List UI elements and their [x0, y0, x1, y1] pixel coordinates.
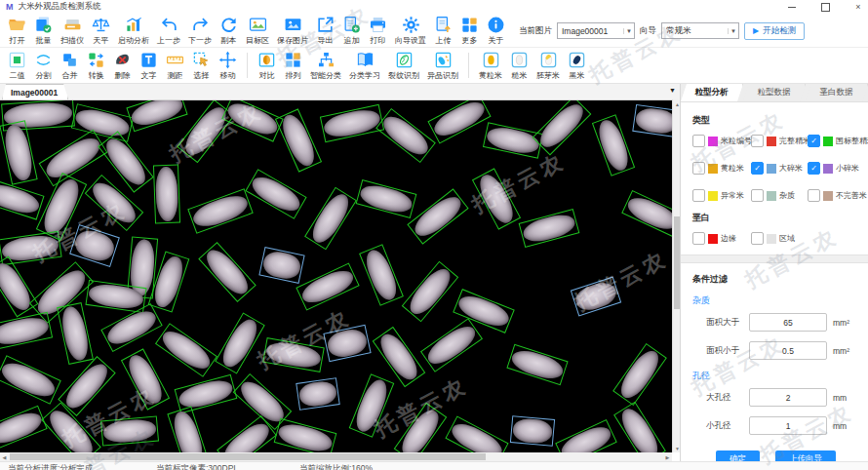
- type-checkbox[interactable]: ✓: [751, 162, 764, 175]
- toolbar-print-button[interactable]: 打印: [365, 16, 391, 46]
- head-rice-box[interactable]: [221, 100, 284, 142]
- toolbar-selectcur-button[interactable]: 选择: [188, 51, 215, 81]
- head-rice-box[interactable]: [621, 190, 672, 237]
- small-aperture-input[interactable]: [749, 416, 827, 435]
- scroll-left-icon[interactable]: ◀: [0, 452, 9, 461]
- type-checkbox[interactable]: ✓: [808, 162, 820, 175]
- type-checkbox[interactable]: [808, 189, 820, 202]
- toolbar-arrange-button[interactable]: 排列: [280, 51, 306, 81]
- tab-overflow-icon[interactable]: ▼: [669, 87, 676, 94]
- broken-rice-box[interactable]: [258, 247, 304, 284]
- toolbar-crack-button[interactable]: 裂纹识别: [384, 51, 423, 81]
- toolbar-upload-button[interactable]: 上传: [430, 16, 456, 46]
- panel-tab-1[interactable]: 粒型分析: [681, 84, 743, 101]
- toolbar-measure-button[interactable]: 测距: [162, 51, 188, 81]
- head-rice-box[interactable]: [519, 209, 580, 248]
- head-rice-box[interactable]: [359, 244, 404, 306]
- head-rice-box[interactable]: [402, 261, 458, 323]
- toolbar-foreign-button[interactable]: 异品识别: [423, 51, 462, 81]
- head-rice-box[interactable]: [427, 100, 491, 144]
- toolbar-convert-button[interactable]: 转换: [83, 51, 109, 81]
- toolbar-delete-button[interactable]: 删除: [109, 51, 136, 81]
- toolbar-batch-button[interactable]: 批量: [30, 16, 57, 46]
- head-rice-box[interactable]: [320, 103, 384, 141]
- maximize-button[interactable]: [819, 1, 831, 13]
- head-rice-box[interactable]: [187, 188, 253, 234]
- type-checkbox[interactable]: [692, 162, 705, 175]
- broken-rice-box[interactable]: [571, 277, 621, 317]
- head-rice-box[interactable]: [100, 416, 159, 447]
- toolbar-merge-button[interactable]: 合并: [57, 51, 83, 81]
- wizard-select[interactable]: 常规米 ▼: [661, 22, 739, 39]
- current-image-select[interactable]: Image00001 ▼: [557, 22, 635, 39]
- type-checkbox[interactable]: [692, 189, 705, 202]
- head-rice-box[interactable]: [356, 179, 417, 218]
- head-rice-box[interactable]: [592, 114, 635, 176]
- head-rice-box[interactable]: [262, 337, 325, 372]
- toolbar-copy-button[interactable]: 副本: [216, 16, 242, 46]
- toolbar-riceyellow-button[interactable]: 黄粒米: [475, 51, 506, 81]
- head-rice-box[interactable]: [215, 312, 265, 373]
- head-rice-box[interactable]: [0, 406, 48, 451]
- chalk-checkbox[interactable]: [751, 232, 764, 245]
- head-rice-box[interactable]: [0, 177, 45, 219]
- broken-rice-box[interactable]: [323, 325, 371, 362]
- image-tab[interactable]: Image00001: [2, 84, 68, 99]
- scroll-right-icon[interactable]: ▶: [663, 452, 672, 461]
- toolbar-target-button[interactable]: 目标区: [242, 16, 273, 46]
- head-rice-box[interactable]: [275, 108, 322, 172]
- broken-rice-box[interactable]: [69, 224, 120, 267]
- head-rice-box[interactable]: [167, 406, 209, 453]
- toolbar-about-button[interactable]: 关于: [483, 16, 509, 46]
- head-rice-box[interactable]: [274, 418, 337, 453]
- toolbar-analyze-button[interactable]: 启动分析: [114, 16, 153, 46]
- chalk-checkbox[interactable]: [692, 232, 705, 245]
- toolbar-split-button[interactable]: 分割: [30, 51, 57, 81]
- head-rice-box[interactable]: [126, 100, 187, 132]
- head-rice-box[interactable]: [613, 402, 666, 453]
- head-rice-box[interactable]: [155, 323, 217, 377]
- head-rice-box[interactable]: [153, 165, 180, 224]
- area-less-input[interactable]: [749, 341, 827, 360]
- toolbar-binary-button[interactable]: 二值: [4, 51, 30, 81]
- toolbar-next-button[interactable]: 下一步: [184, 16, 216, 46]
- image-canvas[interactable]: 托普云农托普云农托普云农托普云农托普云农托普云农托普云农: [0, 100, 672, 453]
- toolbar-scanner-button[interactable]: 扫描仪: [57, 16, 88, 46]
- head-rice-box[interactable]: [0, 311, 53, 349]
- toolbar-prev-button[interactable]: 上一步: [153, 16, 184, 46]
- head-rice-box[interactable]: [121, 348, 170, 410]
- toolbar-append-button[interactable]: 追加: [338, 16, 365, 46]
- type-checkbox[interactable]: [751, 189, 764, 202]
- head-rice-box[interactable]: [198, 242, 256, 302]
- head-rice-box[interactable]: [375, 108, 436, 163]
- type-checkbox[interactable]: [751, 135, 764, 147]
- head-rice-box[interactable]: [0, 355, 61, 405]
- head-rice-box[interactable]: [0, 120, 38, 184]
- start-detect-button[interactable]: ▶ 开始检测: [744, 22, 805, 40]
- close-button[interactable]: ×: [852, 1, 864, 13]
- head-rice-box[interactable]: [349, 373, 395, 437]
- toolbar-ricebrown-button[interactable]: 糙米: [506, 51, 533, 81]
- horizontal-scrollbar[interactable]: ◀ ▶: [0, 452, 672, 461]
- toolbar-export-button[interactable]: 导出: [312, 16, 338, 46]
- type-checkbox[interactable]: ✓: [808, 135, 820, 147]
- panel-tab-2[interactable]: 粒型数据: [743, 84, 806, 101]
- toolbar-open-button[interactable]: 打开: [4, 16, 30, 46]
- area-greater-input[interactable]: [749, 313, 827, 332]
- minimize-button[interactable]: [786, 1, 798, 13]
- head-rice-box[interactable]: [296, 263, 359, 311]
- panel-tab-3[interactable]: 垩白数据: [806, 84, 868, 101]
- type-checkbox[interactable]: [692, 135, 705, 147]
- toolbar-text-button[interactable]: 文字: [136, 51, 162, 81]
- head-rice-box[interactable]: [472, 168, 521, 229]
- head-rice-box[interactable]: [506, 344, 568, 386]
- head-rice-box[interactable]: [57, 302, 94, 365]
- hscroll-thumb[interactable]: [10, 453, 486, 460]
- toolbar-more-button[interactable]: 更多: [456, 16, 483, 46]
- toolbar-learn-button[interactable]: 分类学习: [345, 51, 384, 81]
- head-rice-box[interactable]: [245, 169, 306, 219]
- head-rice-box[interactable]: [58, 356, 115, 416]
- large-aperture-input[interactable]: [749, 388, 827, 407]
- toolbar-contrast-button[interactable]: 对比: [254, 51, 280, 81]
- toolbar-balance-button[interactable]: 天平: [88, 16, 114, 46]
